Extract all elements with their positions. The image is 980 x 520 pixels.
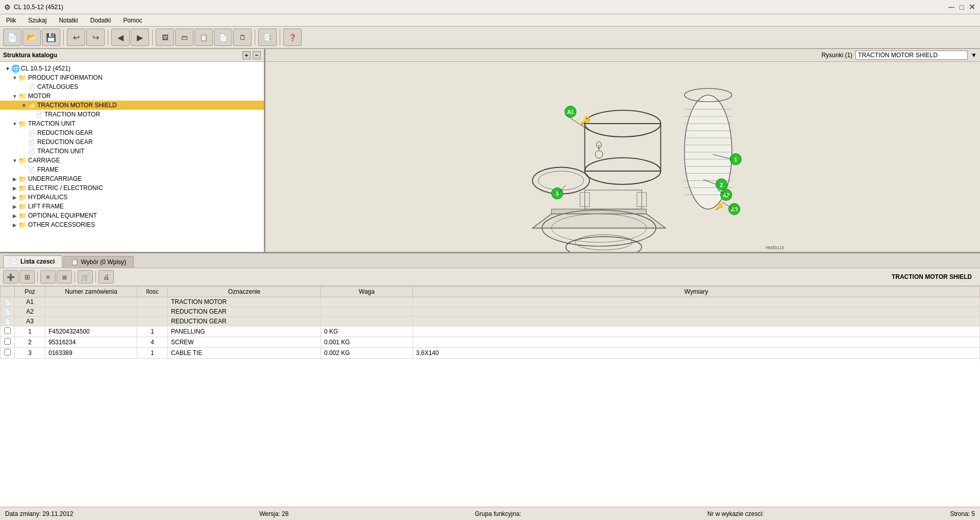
- cell-poz: 2: [15, 337, 45, 348]
- toolbar-forward-btn[interactable]: ↪: [86, 29, 105, 46]
- tree-item-frame[interactable]: 📄 FRAME: [0, 165, 264, 174]
- product-info-expander[interactable]: ▼: [11, 74, 18, 81]
- tree-item-traction-unit[interactable]: ▼ 📁 TRACTION UNIT: [0, 119, 264, 128]
- right-panel: Rysunki (1) ▼: [265, 49, 980, 252]
- bottom-sep1: [37, 271, 38, 282]
- cell-check[interactable]: [1, 337, 15, 348]
- lf-expander[interactable]: ▶: [11, 203, 18, 210]
- diagram-dropdown-icon[interactable]: ▼: [971, 52, 977, 59]
- tree-item-other[interactable]: ▶ 📁 OTHER ACCESSORIES: [0, 220, 264, 229]
- opt-icon: 📁: [18, 212, 27, 219]
- image6-icon: 📑: [263, 34, 272, 41]
- toolbar-new-btn[interactable]: 📄: [3, 29, 21, 46]
- tree-item-traction-unit2[interactable]: 📄 TRACTION UNIT: [0, 147, 264, 156]
- table-row: 📄 A3 REDUCTION GEAR: [1, 317, 980, 326]
- root-expander[interactable]: ▼: [4, 65, 11, 72]
- bottom-group-btn[interactable]: ⊞: [19, 270, 35, 283]
- cell-ilosc: 1: [137, 348, 168, 359]
- maximize-button[interactable]: □: [958, 3, 966, 11]
- statusbar: Data zmiany: 29.11.2012 Wersja: 28 Grupa…: [0, 507, 980, 520]
- menu-plik[interactable]: Plik: [2, 16, 20, 25]
- menu-pomoc[interactable]: Pomoc: [119, 16, 146, 25]
- parts-table-container[interactable]: Poz Numer zamówienia Ilosc Oznaczenie Wa…: [0, 286, 980, 507]
- tree-item-motor[interactable]: ▼ 📁 MOTOR: [0, 91, 264, 101]
- menu-notatki[interactable]: Notatki: [55, 16, 82, 25]
- bottom-list1-btn[interactable]: ≡: [40, 270, 56, 283]
- motor-label: MOTOR: [28, 92, 51, 100]
- list2-icon: ≣: [62, 273, 67, 281]
- motor-expander[interactable]: ▼: [11, 92, 18, 100]
- carriage-expander[interactable]: ▼: [11, 157, 18, 164]
- toolbar-next-btn[interactable]: ▶: [131, 29, 149, 46]
- toolbar-img3-btn[interactable]: 📋: [194, 29, 213, 46]
- cell-check[interactable]: [1, 326, 15, 337]
- toolbar-img1-btn[interactable]: 🖼: [156, 29, 174, 46]
- tree-root-label: CL 10,5-12 (4521): [21, 65, 70, 72]
- tree-item-reduction-gear2[interactable]: 📄 REDUCTION GEAR: [0, 137, 264, 147]
- tree-item-reduction-gear1[interactable]: 📄 REDUCTION GEAR: [0, 128, 264, 137]
- root-icon: 🌐: [11, 65, 19, 72]
- tree-root[interactable]: ▼ 🌐 CL 10,5-12 (4521): [0, 64, 264, 73]
- tree-container[interactable]: ▼ 🌐 CL 10,5-12 (4521) ▼ 📁 PRODUCT INFORM…: [0, 62, 264, 252]
- col-ilosc[interactable]: Ilosc: [137, 287, 168, 297]
- row-checkbox[interactable]: [4, 338, 11, 345]
- col-waga[interactable]: Waga: [321, 287, 413, 297]
- toolbar-back-btn[interactable]: ↩: [67, 29, 85, 46]
- toolbar-img6-btn[interactable]: 📑: [258, 29, 277, 46]
- cell-check[interactable]: [1, 348, 15, 359]
- elec-expander[interactable]: ▶: [11, 184, 18, 192]
- tree-item-optional[interactable]: ▶ 📁 OPTIONAL EQUIPMENT: [0, 211, 264, 220]
- minimize-button[interactable]: ─: [947, 3, 955, 11]
- tree-item-catalogues[interactable]: 📄 CATALOGUES: [0, 82, 264, 91]
- table-row: 3 0163389 1 CABLE TIE 0.002 KG 3,6X140: [1, 348, 980, 359]
- toolbar-img5-btn[interactable]: 🗒: [233, 29, 252, 46]
- bottom-sep2: [75, 271, 75, 282]
- opt-expander[interactable]: ▶: [11, 212, 18, 219]
- collapse-all-btn[interactable]: −: [253, 51, 261, 59]
- row-checkbox[interactable]: [4, 349, 11, 356]
- tab-wybor[interactable]: 📋 Wybór (0 Wpisy): [63, 256, 134, 268]
- toolbar-open-btn[interactable]: 📂: [22, 29, 41, 46]
- toolbar-img4-btn[interactable]: 📄: [214, 29, 232, 46]
- bottom-list2-btn[interactable]: ≣: [57, 270, 72, 283]
- col-numer[interactable]: Numer zamówienia: [45, 287, 137, 297]
- bottom-print-btn[interactable]: 🖨: [99, 270, 114, 283]
- row-checkbox[interactable]: [4, 327, 11, 334]
- tree-item-lift-frame[interactable]: ▶ 📁 LIFT FRAME: [0, 202, 264, 211]
- tms-expander[interactable]: ▼: [20, 102, 28, 109]
- hyd-expander[interactable]: ▶: [11, 194, 18, 201]
- toolbar-prev-btn[interactable]: ◀: [111, 29, 130, 46]
- main-layout: Struktura katalogu + − ▼ 🌐 CL 10,5-12 (4…: [0, 49, 980, 507]
- bottom-add-btn[interactable]: ➕: [3, 270, 18, 283]
- tree-item-electric[interactable]: ▶ 📁 ELECTRIC / ELECTRONIC: [0, 183, 264, 193]
- tab-lista-czesci[interactable]: 📄 Lista czesci: [3, 255, 62, 268]
- diagram-title-input[interactable]: [855, 51, 968, 60]
- cell-wymiary: [413, 326, 980, 337]
- col-oznaczenie[interactable]: Oznaczenie: [168, 287, 321, 297]
- tree-item-undercarriage[interactable]: ▶ 📁 UNDERCARRIAGE: [0, 174, 264, 183]
- menu-szukaj[interactable]: Szukaj: [24, 16, 51, 25]
- cell-poz: A1: [15, 297, 45, 307]
- tree-item-traction-motor[interactable]: 📄 TRACTION MOTOR: [0, 110, 264, 119]
- col-poz[interactable]: Poz: [15, 287, 45, 297]
- tree-item-traction-motor-shield[interactable]: ▼ 📁 TRACTION MOTOR SHIELD: [0, 101, 264, 110]
- toolbar-img2-btn[interactable]: 🗃: [175, 29, 193, 46]
- oth-expander[interactable]: ▶: [11, 221, 18, 228]
- expand-all-btn[interactable]: +: [242, 51, 251, 59]
- toolbar-save-btn[interactable]: 💾: [42, 29, 60, 46]
- tree-item-hydraulics[interactable]: ▶ 📁 HYDRAULICS: [0, 193, 264, 202]
- col-wymiary[interactable]: Wymiary: [413, 287, 980, 297]
- menu-dodatki[interactable]: Dodatki: [86, 16, 115, 25]
- bottom-toolbar-title: TRACTION MOTOR SHIELD: [892, 273, 977, 280]
- cell-ilosc: 1: [137, 326, 168, 337]
- tree-item-product-info[interactable]: ▼ 📁 PRODUCT INFORMATION: [0, 73, 264, 82]
- tu-expander[interactable]: ▼: [11, 120, 18, 127]
- bottom-cart-btn[interactable]: 🛒: [78, 270, 93, 283]
- uc-expander[interactable]: ▶: [11, 175, 18, 182]
- tree-item-carriage[interactable]: ▼ 📁 CARRIAGE: [0, 156, 264, 165]
- cell-wymiary: [413, 337, 980, 348]
- toolbar-help-btn[interactable]: ❓: [283, 29, 302, 46]
- close-button[interactable]: ✕: [968, 3, 976, 11]
- rg2-label: REDUCTION GEAR: [37, 138, 93, 146]
- product-info-label: PRODUCT INFORMATION: [28, 74, 103, 81]
